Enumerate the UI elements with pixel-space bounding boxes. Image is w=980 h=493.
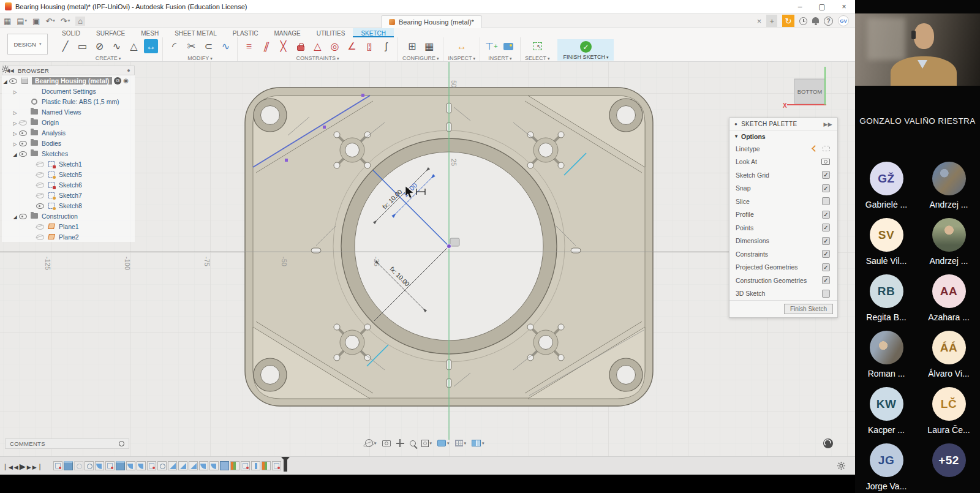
ribbon-tool-icon[interactable]: ↔ xyxy=(144,39,158,53)
qat-icon[interactable]: ▣ xyxy=(32,17,40,25)
visibility-eye-icon[interactable] xyxy=(18,129,28,137)
visibility-eye-icon[interactable] xyxy=(18,97,28,105)
nav-tool-icon[interactable] xyxy=(365,439,377,447)
qat-icon[interactable]: ⌂ xyxy=(75,17,85,26)
nav-tool-icon[interactable] xyxy=(396,439,404,447)
sketch-palette-header[interactable]: SKETCH PALETTE ▶▶ xyxy=(729,118,837,130)
ribbon-tool-icon[interactable]: △ xyxy=(127,39,141,53)
ribbon-tool-icon[interactable]: ∿ xyxy=(110,39,124,53)
browser-tree-item[interactable]: Named Views xyxy=(2,107,135,117)
visibility-eye-icon[interactable] xyxy=(18,139,28,147)
timeline-feature-icon[interactable] xyxy=(105,461,115,470)
ribbon-tab[interactable]: UTILITIES xyxy=(309,28,353,37)
participant-tile[interactable]: AA Azahara ... xyxy=(918,269,980,326)
ribbon-tool-icon[interactable]: ⊤+ xyxy=(484,39,499,53)
ribbon-tool-icon[interactable] xyxy=(502,39,516,53)
visibility-eye-icon[interactable] xyxy=(36,170,45,178)
expander-icon[interactable] xyxy=(12,213,18,220)
timeline-feature-icon[interactable] xyxy=(241,461,250,470)
constraint-icon[interactable]: ∠ xyxy=(345,39,359,53)
browser-tree-item[interactable]: Sketch6 xyxy=(2,179,135,190)
options-section-header[interactable]: Options xyxy=(729,130,837,142)
visibility-eye-icon[interactable] xyxy=(36,181,45,189)
expander-icon[interactable] xyxy=(12,129,18,137)
participant-tile[interactable]: ÁÁ Álvaro Vi... xyxy=(918,326,980,382)
close-document-icon[interactable]: × xyxy=(757,17,762,26)
palette-option-control[interactable] xyxy=(822,263,830,271)
palette-option-control[interactable] xyxy=(822,211,830,219)
browser-tree-item[interactable]: Sketches xyxy=(2,148,135,159)
finish-sketch-button[interactable]: ✓ FINISH SKETCH xyxy=(557,39,614,61)
browser-tree-item[interactable]: Analysis xyxy=(2,127,135,138)
ribbon-tool-icon[interactable]: ◜ xyxy=(167,39,181,53)
timeline-settings-gear-icon[interactable] xyxy=(837,462,845,470)
timeline-feature-icon[interactable] xyxy=(209,461,219,470)
timeline-feature-icon[interactable] xyxy=(53,461,62,470)
comments-bar[interactable]: COMMENTS xyxy=(5,438,129,449)
constraint-icon[interactable]: [¦] xyxy=(362,39,376,53)
palette-option-control[interactable] xyxy=(821,159,830,165)
visibility-eye-icon[interactable] xyxy=(18,108,28,116)
participant-tile[interactable]: Andrzej ... xyxy=(918,157,980,213)
qat-icon[interactable]: ▦ xyxy=(4,17,11,25)
clock-icon[interactable] xyxy=(799,17,807,25)
participant-tile[interactable]: SV Saulė Vil... xyxy=(855,213,918,269)
constraint-icon[interactable]: ∥ xyxy=(259,39,273,53)
playback-control-icon[interactable]: ▶ xyxy=(20,461,25,472)
expander-icon[interactable] xyxy=(12,150,18,157)
finish-sketch-palette-button[interactable]: Finish Sketch xyxy=(784,304,833,314)
minimize-icon[interactable]: – xyxy=(789,0,811,13)
insert-group-label[interactable]: INSERT xyxy=(488,55,511,61)
select-group-label[interactable]: SELECT xyxy=(525,55,549,61)
browser-tree-item[interactable]: Sketch7 xyxy=(2,190,135,200)
visibility-eye-icon[interactable] xyxy=(18,212,28,220)
browser-tree-item[interactable]: Bearing Housing (metal) xyxy=(2,75,135,86)
constraint-icon[interactable]: ʃ xyxy=(379,39,393,53)
timeline-feature-icon[interactable] xyxy=(262,461,271,470)
participant-avatar[interactable]: +52 xyxy=(932,443,966,477)
ribbon-tool-icon[interactable]: ✂ xyxy=(184,39,198,53)
participant-tile[interactable]: +52 xyxy=(918,438,980,493)
timeline-feature-icon[interactable] xyxy=(74,461,83,470)
nav-tool-icon[interactable] xyxy=(421,440,432,447)
constraints-group-label[interactable]: CONSTRAINTS xyxy=(296,55,339,61)
participant-tile[interactable]: RB Regita B... xyxy=(855,269,918,326)
browser-tree-item[interactable]: Plastic Rule: ABS (1,5 mm) xyxy=(2,96,135,107)
nav-tool-icon[interactable] xyxy=(382,440,391,446)
nav-tool-icon[interactable] xyxy=(437,440,450,446)
participant-avatar[interactable]: GŽ xyxy=(870,162,903,195)
participant-tile[interactable]: KW Kacper ... xyxy=(855,382,918,438)
expander-icon[interactable] xyxy=(12,108,18,116)
constraint-icon[interactable] xyxy=(293,39,307,53)
qat-icon[interactable]: ↶ xyxy=(45,17,55,25)
timeline-feature-icon[interactable] xyxy=(230,461,239,470)
browser-tree-item[interactable]: Sketch1 xyxy=(2,159,135,169)
nav-tool-icon[interactable] xyxy=(472,440,484,446)
ribbon-tab[interactable]: MESH xyxy=(133,28,167,37)
visibility-eye-icon[interactable] xyxy=(36,201,45,209)
ribbon-tab[interactable]: SHEET METAL xyxy=(167,28,225,37)
timeline-feature-icon[interactable] xyxy=(189,461,198,470)
ribbon-tool-icon[interactable]: ▦ xyxy=(422,39,436,53)
visibility-eye-icon[interactable] xyxy=(36,222,45,230)
participant-tile[interactable]: Andrzej ... xyxy=(918,213,980,269)
ribbon-tool-icon[interactable]: ↔ xyxy=(454,39,469,53)
comment-bubble-icon[interactable] xyxy=(823,438,833,448)
playback-control-icon[interactable]: ◀ xyxy=(14,461,18,472)
ribbon-tool-icon[interactable]: ▭ xyxy=(75,39,89,53)
palette-option-control[interactable] xyxy=(822,197,830,205)
ribbon-tool-icon[interactable]: ╱ xyxy=(58,39,72,53)
timeline-feature-icon[interactable] xyxy=(147,461,156,470)
participant-avatar[interactable]: ÁÁ xyxy=(932,331,966,364)
palette-option-control[interactable] xyxy=(822,290,830,298)
browser-tree-item[interactable]: Plane1 xyxy=(2,221,135,231)
browser-tree-item[interactable]: Plane2 xyxy=(2,231,135,242)
visibility-eye-icon[interactable] xyxy=(36,233,45,241)
ribbon-tab[interactable]: MANAGE xyxy=(266,28,308,37)
palette-option-control[interactable] xyxy=(822,171,830,179)
participant-avatar[interactable]: AA xyxy=(932,274,966,308)
create-group-label[interactable]: CREATE xyxy=(96,55,121,61)
visibility-eye-icon[interactable] xyxy=(36,191,45,199)
expander-icon[interactable] xyxy=(12,88,18,95)
participant-avatar[interactable] xyxy=(932,162,966,195)
